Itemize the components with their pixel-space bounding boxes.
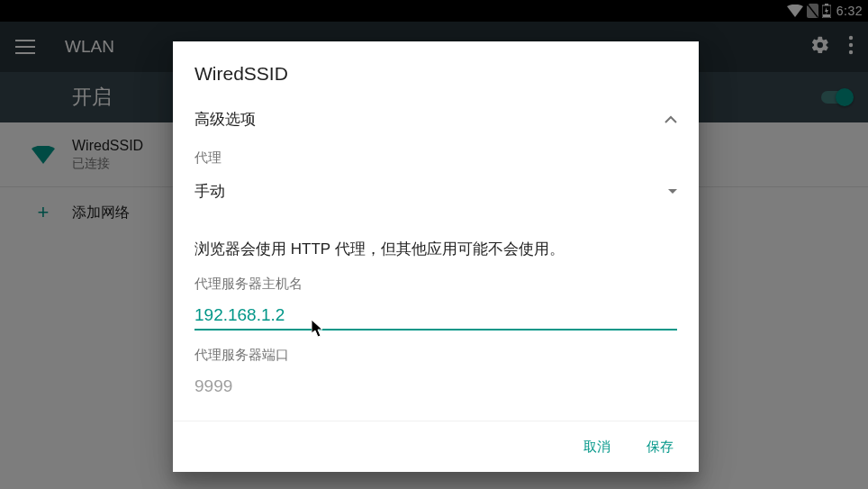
proxy-section-label: 代理 <box>194 149 677 167</box>
proxy-port-label: 代理服务器端口 <box>194 347 677 364</box>
advanced-options-label: 高级选项 <box>194 109 256 130</box>
proxy-mode-value: 手动 <box>194 181 225 202</box>
proxy-hint: 浏览器会使用 HTTP 代理，但其他应用可能不会使用。 <box>194 239 677 259</box>
proxy-port-input[interactable] <box>194 371 677 401</box>
dropdown-icon <box>668 189 677 194</box>
chevron-up-icon <box>665 111 677 127</box>
save-button[interactable]: 保存 <box>628 430 692 465</box>
advanced-options-toggle[interactable]: 高级选项 <box>194 101 677 137</box>
dialog-title: WiredSSID <box>194 63 677 85</box>
proxy-hostname-input[interactable] <box>194 300 677 331</box>
dialog-actions: 取消 保存 <box>173 421 699 472</box>
cancel-button[interactable]: 取消 <box>565 430 628 465</box>
wifi-config-dialog: WiredSSID 高级选项 代理 手动 浏览器会使用 HTTP 代理，但其他应… <box>173 41 699 472</box>
proxy-hostname-label: 代理服务器主机名 <box>194 276 677 293</box>
proxy-mode-select[interactable]: 手动 <box>194 170 677 212</box>
